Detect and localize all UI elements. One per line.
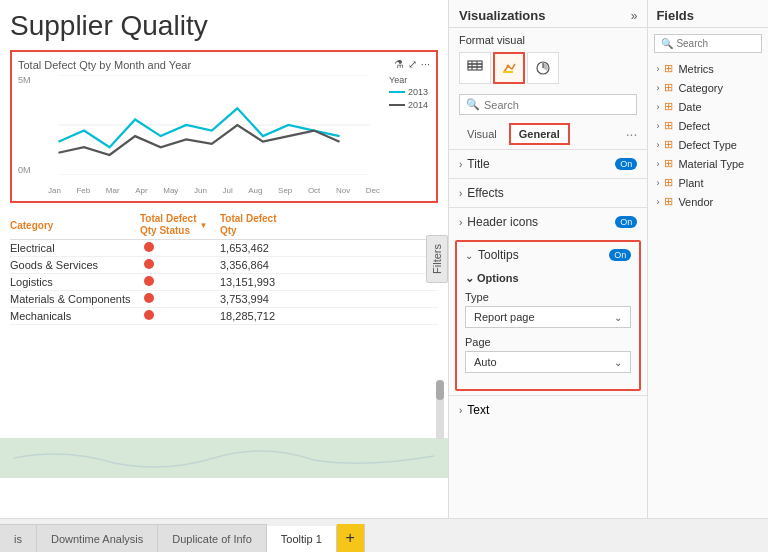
tab-is[interactable]: is: [0, 524, 37, 552]
viz-tabs: Visual General ···: [449, 119, 647, 149]
field-item-date[interactable]: › ⊞ Date: [648, 97, 768, 116]
tab-bar: is Downtime Analysis Duplicate of Info T…: [0, 518, 768, 552]
field-label: Metrics: [678, 63, 713, 75]
svg-point-9: [507, 65, 510, 68]
expand-icon: ›: [656, 64, 659, 74]
viz-expand-icon[interactable]: »: [631, 9, 638, 23]
tab-tooltip-1[interactable]: Tooltip 1: [267, 524, 337, 552]
table-row: Materials & Components 3,753,994: [10, 291, 438, 308]
svg-rect-3: [14, 438, 434, 478]
table-icon: ⊞: [664, 195, 673, 208]
table-icon: ⊞: [664, 157, 673, 170]
options-expand-label[interactable]: ⌄ Options: [465, 272, 631, 285]
table-header: Category Total DefectQty Status ▼ Total …: [10, 213, 438, 240]
type-dropdown[interactable]: Report page ⌄: [465, 306, 631, 328]
expand-icon: ›: [656, 159, 659, 169]
col-category[interactable]: Category: [10, 213, 140, 237]
legend-2014: 2014: [408, 100, 428, 110]
x-axis-labels: Jan Feb Mar Apr May Jun Jul Aug Sep Oct …: [48, 186, 380, 195]
scroll-thumb: [436, 380, 444, 400]
page-dropdown[interactable]: Auto ⌄: [465, 351, 631, 373]
col-status[interactable]: Total DefectQty Status ▼: [140, 213, 220, 237]
type-row: Type Report page ⌄: [465, 291, 631, 328]
more-icon[interactable]: ···: [421, 58, 430, 71]
scroll-indicator[interactable]: [436, 380, 444, 440]
fields-search-icon: 🔍: [661, 38, 673, 49]
text-section-header[interactable]: › Text: [449, 396, 647, 424]
title-section-header[interactable]: › Title On: [449, 150, 647, 178]
header-icons-chevron: ›: [459, 217, 462, 228]
tab-more-icon[interactable]: ···: [626, 126, 638, 142]
chart-legend: Year 2013 2014: [389, 75, 428, 113]
fields-panel: Fields 🔍 › ⊞ Metrics › ⊞ Category ›: [648, 0, 768, 518]
tooltips-toggle[interactable]: On: [609, 249, 631, 261]
expand-icon[interactable]: ⤢: [408, 58, 417, 71]
tab-add-button[interactable]: +: [337, 524, 365, 552]
data-table: Category Total DefectQty Status ▼ Total …: [10, 213, 438, 325]
viz-format-icon[interactable]: [493, 52, 525, 84]
fields-search-box[interactable]: 🔍: [654, 34, 762, 53]
tooltips-body: ⌄ Options Type Report page ⌄ Page Auto: [457, 268, 639, 389]
canvas-area: Supplier Quality Total Defect Qty by Mon…: [0, 0, 448, 518]
viz-icons-row: [449, 50, 647, 90]
title-section-label: Title: [467, 157, 489, 171]
filters-label[interactable]: Filters: [426, 235, 448, 283]
header-icons-toggle[interactable]: On: [615, 216, 637, 228]
viz-table-icon[interactable]: [459, 52, 491, 84]
table-icon: ⊞: [664, 100, 673, 113]
header-icons-section-header[interactable]: › Header icons On: [449, 208, 647, 236]
header-icons-section: › Header icons On: [449, 207, 647, 236]
viz-search-box[interactable]: 🔍: [459, 94, 637, 115]
title-chevron: ›: [459, 159, 462, 170]
field-item-defect[interactable]: › ⊞ Defect: [648, 116, 768, 135]
page-dropdown-arrow: ⌄: [614, 357, 622, 368]
page-row: Page Auto ⌄: [465, 336, 631, 373]
field-label: Category: [678, 82, 723, 94]
svg-rect-10: [503, 71, 513, 73]
header-icons-section-label: Header icons: [467, 215, 538, 229]
table-icon: ⊞: [664, 81, 673, 94]
col-qty[interactable]: Total DefectQty: [220, 213, 320, 237]
expand-icon: ›: [656, 178, 659, 188]
visualizations-panel: Visualizations » Format visual: [449, 0, 648, 518]
field-label: Material Type: [678, 158, 744, 170]
effects-chevron: ›: [459, 188, 462, 199]
tab-visual[interactable]: Visual: [459, 125, 505, 143]
expand-icon: ›: [656, 83, 659, 93]
y-axis-labels: 5M 0M: [18, 75, 46, 175]
field-item-category[interactable]: › ⊞ Category: [648, 78, 768, 97]
tab-duplicate-of-info[interactable]: Duplicate of Info: [158, 524, 267, 552]
page-title: Supplier Quality: [10, 10, 438, 42]
y-max-label: 5M: [18, 75, 46, 85]
tab-downtime-analysis[interactable]: Downtime Analysis: [37, 524, 158, 552]
filters-panel-tab[interactable]: Filters: [426, 235, 448, 283]
field-item-material-type[interactable]: › ⊞ Material Type: [648, 154, 768, 173]
effects-section-header[interactable]: › Effects: [449, 179, 647, 207]
field-label: Defect Type: [678, 139, 737, 151]
sort-icon: ▼: [200, 221, 208, 230]
field-item-metrics[interactable]: › ⊞ Metrics: [648, 59, 768, 78]
map-preview: [0, 438, 448, 478]
tab-general[interactable]: General: [509, 123, 570, 145]
field-item-defect-type[interactable]: › ⊞ Defect Type: [648, 135, 768, 154]
field-label: Plant: [678, 177, 703, 189]
filter-icon[interactable]: ⚗: [394, 58, 404, 71]
right-panels: Visualizations » Format visual: [448, 0, 768, 518]
field-item-plant[interactable]: › ⊞ Plant: [648, 173, 768, 192]
fields-search-input[interactable]: [676, 38, 768, 49]
effects-section-label: Effects: [467, 186, 503, 200]
expand-icon: ›: [656, 102, 659, 112]
expand-icon: ›: [656, 121, 659, 131]
fields-list: › ⊞ Metrics › ⊞ Category › ⊞ Date › ⊞: [648, 57, 768, 518]
viz-search-input[interactable]: [484, 99, 630, 111]
table-row: Logistics 13,151,993: [10, 274, 438, 291]
viz-analytics-icon[interactable]: [527, 52, 559, 84]
field-item-vendor[interactable]: › ⊞ Vendor: [648, 192, 768, 211]
type-value: Report page: [474, 311, 535, 323]
title-toggle[interactable]: On: [615, 158, 637, 170]
chart-container: Total Defect Qty by Month and Year ⚗ ⤢ ·…: [10, 50, 438, 203]
viz-panel-header: Visualizations »: [449, 0, 647, 28]
tooltips-header[interactable]: ⌄ Tooltips On: [457, 242, 639, 268]
table-icon: ⊞: [664, 176, 673, 189]
viz-panel-title: Visualizations: [459, 8, 545, 23]
